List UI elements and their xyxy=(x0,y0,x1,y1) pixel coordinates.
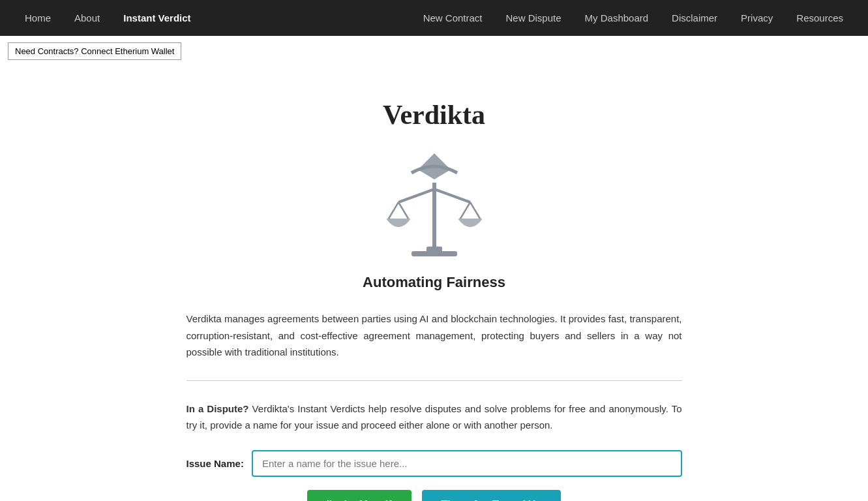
nav-privacy[interactable]: Privacy xyxy=(729,0,785,36)
im-by-myself-button[interactable]: I'm by Myself xyxy=(307,490,412,502)
there-are-two-of-us-button[interactable]: There Are Two of Us xyxy=(422,490,561,502)
main-content: Verdikta xyxy=(173,67,695,501)
svg-line-4 xyxy=(434,189,470,202)
divider xyxy=(187,380,682,381)
svg-line-5 xyxy=(389,202,398,219)
nav-my-dashboard[interactable]: My Dashboard xyxy=(573,0,661,36)
nav-new-dispute[interactable]: New Dispute xyxy=(494,0,573,36)
nav-home[interactable]: Home xyxy=(13,0,63,36)
dispute-heading: In a Dispute? xyxy=(187,403,249,414)
svg-line-3 xyxy=(398,189,434,202)
svg-line-8 xyxy=(470,202,480,219)
main-nav: Home About Instant Verdict New Contract … xyxy=(0,0,868,36)
scales-icon xyxy=(187,144,682,261)
issue-name-row: Issue Name: xyxy=(187,450,682,477)
issue-label: Issue Name: xyxy=(187,458,244,469)
tagline: Automating Fairness xyxy=(187,274,682,291)
action-buttons: I'm by Myself There Are Two of Us xyxy=(187,490,682,502)
nav-resources[interactable]: Resources xyxy=(785,0,855,36)
svg-rect-0 xyxy=(432,183,436,254)
dispute-text: Verdikta's Instant Verdicts help resolve… xyxy=(187,403,682,431)
site-title: Verdikta xyxy=(187,99,682,130)
nav-new-contract[interactable]: New Contract xyxy=(412,0,494,36)
issue-name-input[interactable] xyxy=(252,450,682,477)
nav-disclaimer[interactable]: Disclaimer xyxy=(660,0,729,36)
nav-instant-verdict[interactable]: Instant Verdict xyxy=(112,0,202,36)
svg-line-6 xyxy=(398,202,408,219)
svg-rect-2 xyxy=(427,247,442,253)
dispute-section: In a Dispute? Verdikta's Instant Verdict… xyxy=(187,401,682,434)
connect-wallet-button[interactable]: Need Contracts? Connect Etherium Wallet xyxy=(8,42,181,60)
description-text: Verdikta manages agreements between part… xyxy=(187,311,682,361)
nav-about[interactable]: About xyxy=(63,0,112,36)
svg-line-7 xyxy=(460,202,470,219)
